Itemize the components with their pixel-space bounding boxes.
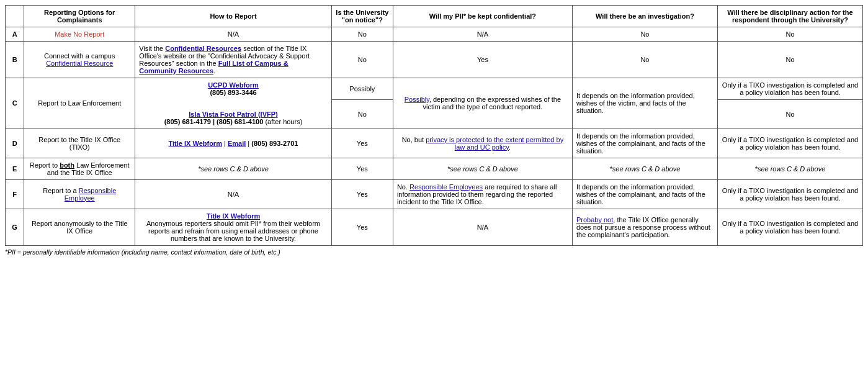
row-a-investigation: No [572,27,717,42]
header-col1: Reporting Options for Complainants [24,6,135,27]
row-f-option-prefix: Report to a [43,187,78,194]
row-b-investigation: No [572,42,717,78]
header-col5: Will there be an investigation? [572,6,717,27]
row-f-option: Report to a Responsible Employee [24,179,135,209]
row-d-disciplinary: Only if a TIXO investigation is complete… [717,129,862,158]
row-g-webform-link[interactable]: Title IX Webform [207,212,260,220]
row-g-option: Report anonymously to the Title IX Offic… [24,209,135,245]
row-b-confidential-resource-link[interactable]: Confidential Resource [46,60,113,67]
row-label-c: C [6,78,24,129]
header-col3: Is the University "on notice"? [331,6,393,27]
row-e-confidential: *see rows C & D above [393,158,572,179]
row-b-how-prefix: Visit the [139,45,165,52]
row-d-conf-prefix: No, but [402,136,426,143]
row-d-option: Report to the Title IX Office (TIXO) [24,129,135,158]
ucpd-phone: (805) 893-3446 [210,89,256,96]
row-b-option: Connect with a campus Confidential Resou… [24,42,135,78]
row-b-option-text: Connect with a campus [44,52,115,60]
table-row: C Report to Law Enforcement UCPD Webform… [6,78,863,100]
row-b-notice: No [331,42,393,78]
table-row: D Report to the Title IX Office (TIXO) T… [6,129,863,158]
row-c-option: Report to Law Enforcement [24,78,135,129]
row-b-confidential-resources-link[interactable]: Confidential Resources [165,45,241,52]
header-col6: Will there be disciplinary action for th… [717,6,862,27]
row-label-d: D [6,129,24,158]
row-g-how: Title IX Webform Anonymous reporters sho… [135,209,332,245]
row-e-notice: Yes [331,158,393,179]
row-g-how-text: Anonymous reporters should omit PII* fro… [146,220,320,242]
row-e-option-bold: both [60,161,74,169]
ivfp-phone: (805) 681-4179 | (805) 681-4100 [164,118,264,125]
row-label-f: F [6,179,24,209]
table-row: F Report to a Responsible Employee N/A Y… [6,179,863,209]
row-d-investigation: It depends on the information provided, … [572,129,717,158]
row-b-how: Visit the Confidential Resources section… [135,42,332,78]
row-f-resp-emp-link[interactable]: Responsible Employees [409,183,483,191]
header-col2: How to Report [135,6,332,27]
row-label-g: G [6,209,24,245]
row-a-notice: No [331,27,393,42]
row-label-e: E [6,158,24,179]
tixo-email-link[interactable]: Email [228,140,246,147]
row-d-sep1: | [222,140,228,147]
row-c-how-top: UCPD Webform (805) 893-3446 [135,78,332,100]
row-c-conf-link[interactable]: Possibly [405,96,429,103]
row-g-confidential: N/A [393,209,572,245]
row-c-investigation: It depends on the information provided, … [572,78,717,129]
table-row: E Report to both Law Enforcement and the… [6,158,863,179]
row-f-investigation: It depends on the information provided, … [572,179,717,209]
row-e-investigation: *see rows C & D above [572,158,717,179]
row-e-how: *see rows C & D above [135,158,332,179]
ivfp-after: (after hours) [263,118,302,125]
row-g-probaby-not-link[interactable]: Probaby not [576,216,613,223]
table-row: G Report anonymously to the Title IX Off… [6,209,863,245]
row-c-notice2: No [331,100,393,129]
row-a-option: Make No Report [24,27,135,42]
row-c-disciplinary2: No [717,100,862,129]
row-label-b: B [6,42,24,78]
row-d-confidential: No, but privacy is protected to the exte… [393,129,572,158]
row-f-how: N/A [135,179,332,209]
table-row: B Connect with a campus Confidential Res… [6,42,863,78]
header-empty [6,6,24,27]
row-d-sep2: | [246,140,251,147]
row-g-investigation: Probaby not, the Title IX Office general… [572,209,717,245]
row-a-disciplinary: No [717,27,862,42]
ucpd-webform-link[interactable]: UCPD Webform [208,81,259,89]
row-e-disciplinary: *see rows C & D above [717,158,862,179]
row-g-disciplinary: Only if a TIXO investigation is complete… [717,209,862,245]
row-g-notice: Yes [331,209,393,245]
row-d-notice: Yes [331,129,393,158]
ivfp-link[interactable]: Isla Vista Foot Patrol (IVFP) [189,111,277,118]
row-c-how-bottom: Isla Vista Foot Patrol (IVFP) (805) 681-… [135,100,332,129]
row-c-conf-text: , depending on the expressed wishes of t… [423,96,561,111]
table-row: A Make No Report N/A No N/A No No [6,27,863,42]
row-c-disciplinary1: Only if a TIXO investigation is complete… [717,78,862,100]
row-b-how-suffix: . [213,67,215,74]
footer-note: *PII = personally identifiable informati… [5,248,863,256]
row-a-how: N/A [135,27,332,42]
row-b-disciplinary: No [717,42,862,78]
row-label-a: A [6,27,24,42]
row-e-option-prefix: Report to [30,161,60,169]
row-d-conf-suffix: . [509,143,511,151]
row-c-confidential: Possibly, depending on the expressed wis… [393,78,572,129]
tixo-phone: (805) 893-2701 [251,140,298,147]
tixo-webform-link[interactable]: Title IX Webform [169,140,222,147]
row-c-notice1: Possibly [331,78,393,100]
row-d-how: Title IX Webform | Email | (805) 893-270… [135,129,332,158]
row-a-confidential: N/A [393,27,572,42]
row-b-confidential: Yes [393,42,572,78]
row-d-privacy-link[interactable]: privacy is protected to the extent permi… [426,136,563,151]
row-f-conf-prefix: No. [397,183,409,191]
row-f-confidential: No. Responsible Employees are required t… [393,179,572,209]
header-col4: Will my PII* be kept confidential? [393,6,572,27]
row-f-notice: Yes [331,179,393,209]
row-e-option: Report to both Law Enforcement and the T… [24,158,135,179]
row-f-disciplinary: Only if a TIXO investigation is complete… [717,179,862,209]
